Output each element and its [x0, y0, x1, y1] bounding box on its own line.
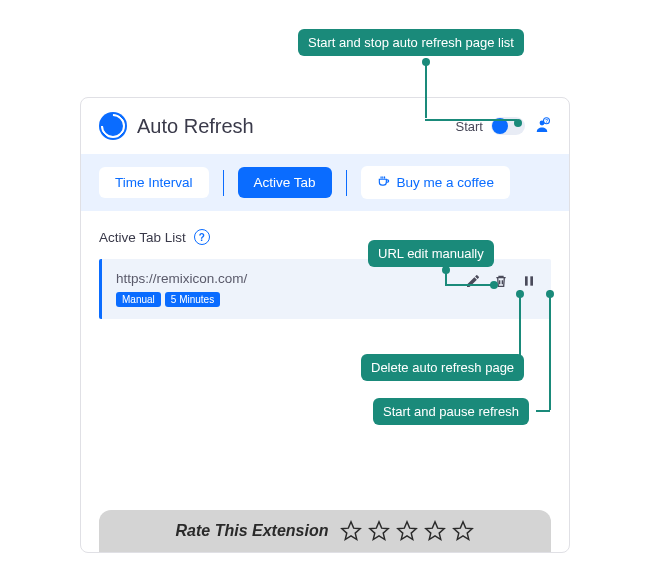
url-actions — [465, 271, 537, 289]
callout-line — [549, 290, 551, 410]
app-panel: Auto Refresh Start ? Time Interval Activ… — [80, 97, 570, 553]
help-icon[interactable]: ? — [194, 229, 210, 245]
rating-bar: Rate This Extension — [99, 510, 551, 552]
callout-line — [425, 58, 427, 118]
active-tab-list-title: Active Tab List — [99, 230, 186, 245]
url-text: https://remixicon.com/ — [116, 271, 453, 286]
url-list-item: https://remixicon.com/ Manual 5 Minutes — [99, 259, 551, 319]
tab-time-interval[interactable]: Time Interval — [99, 167, 209, 198]
badge-interval: 5 Minutes — [165, 292, 220, 307]
callout-dot — [516, 290, 524, 298]
tab-buy-coffee-label: Buy me a coffee — [397, 175, 494, 190]
tab-buy-coffee[interactable]: Buy me a coffee — [361, 166, 510, 199]
header-left: Auto Refresh — [99, 112, 254, 140]
callout-dot — [442, 266, 450, 274]
coffee-icon — [377, 174, 391, 191]
star-2[interactable] — [368, 520, 390, 542]
callout-url-edit: URL edit manually — [368, 240, 494, 267]
badge-manual: Manual — [116, 292, 161, 307]
callout-start-stop: Start and stop auto refresh page list — [298, 29, 524, 56]
edit-icon[interactable] — [465, 273, 481, 289]
svg-text:?: ? — [545, 119, 548, 124]
callout-delete: Delete auto refresh page — [361, 354, 524, 381]
svg-rect-4 — [530, 276, 533, 285]
url-badges: Manual 5 Minutes — [116, 292, 453, 307]
callout-line — [519, 290, 521, 356]
tab-bar: Time Interval Active Tab Buy me a coffee — [81, 154, 569, 211]
app-title: Auto Refresh — [137, 115, 254, 138]
url-info: https://remixicon.com/ Manual 5 Minutes — [116, 271, 453, 307]
app-header: Auto Refresh Start ? — [81, 98, 569, 154]
tab-active-tab[interactable]: Active Tab — [238, 167, 332, 198]
panel-body: Active Tab List ? https://remixicon.com/… — [81, 211, 569, 337]
callout-dot — [514, 119, 522, 127]
tab-separator — [223, 170, 224, 196]
callout-line — [445, 284, 491, 286]
avatar-help-icon[interactable]: ? — [533, 117, 551, 135]
callout-dot — [422, 58, 430, 66]
refresh-logo-icon — [99, 112, 127, 140]
star-4[interactable] — [424, 520, 446, 542]
callout-line — [536, 410, 550, 412]
tab-separator — [346, 170, 347, 196]
callout-line — [425, 119, 517, 121]
star-3[interactable] — [396, 520, 418, 542]
rating-label: Rate This Extension — [176, 522, 329, 540]
rating-stars — [340, 520, 474, 542]
callout-dot — [546, 290, 554, 298]
pause-icon[interactable] — [521, 273, 537, 289]
callout-dot — [490, 281, 498, 289]
star-1[interactable] — [340, 520, 362, 542]
svg-rect-3 — [525, 276, 528, 285]
callout-pause: Start and pause refresh — [373, 398, 529, 425]
star-5[interactable] — [452, 520, 474, 542]
